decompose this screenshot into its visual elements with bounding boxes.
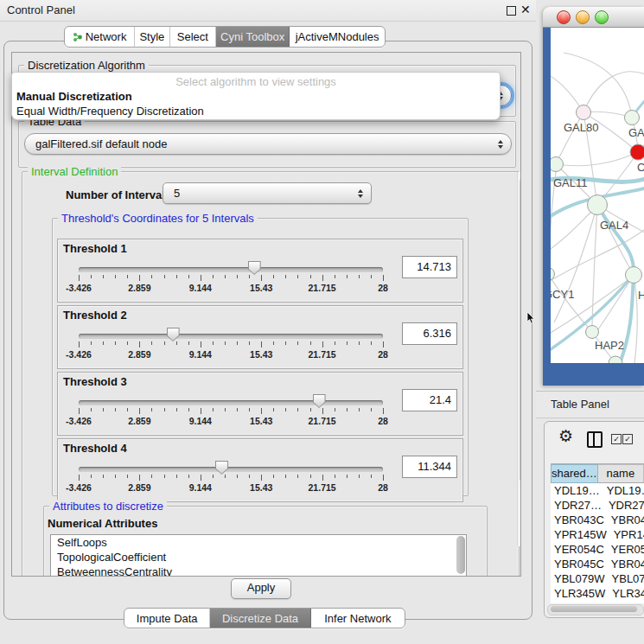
gear-icon[interactable]: ⚙ [558, 429, 573, 444]
threshold-value-field[interactable]: 11.344 [402, 456, 457, 478]
slider-tick [164, 275, 165, 278]
slider-track[interactable] [79, 400, 383, 405]
minimize-traffic-light[interactable] [576, 10, 590, 24]
vertical-scrollbar[interactable] [517, 172, 521, 546]
table-row[interactable]: YER054CYER054C [551, 542, 644, 557]
numerical-attributes-label: Numerical Attributes [48, 517, 157, 530]
tab-style[interactable]: Style [135, 27, 170, 47]
network-node[interactable] [588, 195, 608, 215]
slider-tick [322, 341, 323, 348]
float-window-icon[interactable] [507, 6, 516, 16]
slider-tick [237, 341, 238, 345]
slider-thumb[interactable] [215, 461, 228, 475]
cell-shared-name: YER054C [551, 542, 604, 557]
cell-shared-name: YDL19… [551, 483, 600, 498]
table-row[interactable]: YBL079WYBL079W [551, 571, 644, 586]
tab-infer-network[interactable]: Infer Network [311, 609, 405, 628]
table-row[interactable]: YBR045CYBR045C [551, 557, 644, 571]
slider-tick [347, 275, 348, 278]
slider-tick [335, 408, 335, 411]
slider-tick [383, 275, 384, 281]
scrollbar-thumb[interactable] [520, 178, 521, 482]
slider-tick-label: 21.715 [296, 349, 348, 360]
number-of-intervals-combobox[interactable]: 5 [163, 182, 372, 204]
table-row[interactable]: YDR27…YDR27… [551, 498, 644, 513]
cell-shared-name: YBR045C [551, 557, 604, 571]
table-data-combobox[interactable]: galFiltered.sif default node [24, 133, 512, 155]
slider-thumb[interactable] [167, 328, 180, 341]
network-node[interactable] [577, 105, 591, 120]
slider-thumb[interactable] [313, 394, 326, 408]
popup-item-equal-width-frequency[interactable]: Equal Width/Frequency Discretization [16, 104, 204, 118]
slider-track[interactable] [79, 267, 383, 272]
slider-tick [79, 341, 80, 348]
threshold-value-field[interactable]: 21.4 [402, 389, 457, 411]
network-node[interactable] [626, 267, 642, 284]
slider-tick [371, 275, 372, 278]
scrollbar-thumb[interactable] [551, 606, 637, 612]
slider-track[interactable] [79, 334, 383, 339]
close-icon[interactable]: ✕ [520, 3, 531, 16]
slider-tick [359, 475, 360, 478]
tab-select[interactable]: Select [170, 27, 216, 47]
slider-tick [383, 341, 384, 348]
table-row[interactable]: YIL052CYIL052C [551, 601, 644, 603]
slider-tick-label: 21.715 [296, 482, 348, 493]
slider-track[interactable] [79, 467, 383, 472]
network-view-window[interactable]: GAL80GACGAL11GAL4GCY1HHAP2 [543, 7, 644, 386]
split-panel-icon[interactable] [587, 431, 603, 448]
table-panel-title: Table Panel [551, 392, 609, 418]
slider-tick [285, 341, 286, 345]
apply-button[interactable]: Apply [231, 578, 291, 599]
slider-tick [151, 408, 152, 411]
slider-tick [347, 341, 348, 345]
threshold-value-field[interactable]: 6.316 [402, 322, 457, 345]
list-scrollbar-thumb[interactable] [456, 536, 465, 574]
tab-jactivemnodules[interactable]: jActiveMNodules [290, 27, 385, 47]
group-title: Discretization Algorithm [24, 59, 149, 72]
cell-shared-name: YLR345W [551, 586, 605, 601]
slider-tick [261, 341, 262, 348]
network-node[interactable] [586, 326, 599, 339]
group-title: Threshold's Coordinates for 5 Intervals [58, 212, 258, 225]
zoom-traffic-light[interactable] [595, 10, 609, 24]
slider-tick-label: 28 [357, 482, 409, 493]
tab-impute-data[interactable]: Impute Data [124, 609, 210, 628]
table-row[interactable]: YPR145WYPR145W [551, 527, 644, 542]
slider-thumb[interactable] [248, 261, 261, 275]
horizontal-scrollbar[interactable] [547, 604, 644, 615]
table-row[interactable]: YDL19…YDL19… [551, 483, 644, 498]
slider-tick [151, 341, 152, 345]
tab-network[interactable]: Network [65, 27, 135, 47]
attribute-list-item[interactable]: SelfLoops [51, 535, 466, 550]
slider-tick [347, 475, 348, 478]
network-node[interactable] [625, 111, 640, 125]
slider-tick-label: -3.426 [53, 416, 105, 426]
attribute-list-item[interactable]: TopologicalCoefficient [51, 550, 466, 564]
tab-cyni-toolbox[interactable]: Cyni Toolbox [216, 27, 290, 47]
network-node[interactable] [551, 157, 564, 172]
attribute-list-item[interactable]: BetweennessCentrality [51, 564, 466, 577]
checkbox-icon[interactable]: ✓ [622, 434, 633, 444]
network-canvas[interactable]: GAL80GACGAL11GAL4GCY1HHAP2 [551, 27, 644, 363]
column-header-name[interactable]: name [598, 464, 644, 483]
tab-discretize-data[interactable]: Discretize Data [210, 609, 310, 628]
network-node-label: GAL11 [553, 176, 588, 189]
panel-title: Control Panel [7, 0, 75, 21]
column-header-shared-name[interactable]: shared… [551, 464, 598, 483]
attributes-group: Attributes to discretize Numerical Attri… [43, 506, 488, 577]
threshold-row: Threshold 4-3.4262.8599.14415.4321.71528… [57, 438, 463, 502]
cell-name: YLR345W [605, 586, 644, 601]
numerical-attributes-list[interactable]: SelfLoopsTopologicalCoefficientBetweenne… [50, 534, 467, 577]
table-row[interactable]: YLR345WYLR345W [551, 586, 644, 601]
threshold-value-field[interactable]: 14.713 [402, 256, 457, 278]
slider-tick [103, 341, 104, 345]
slider-tick [201, 275, 201, 281]
network-graph: GAL80GACGAL11GAL4GCY1HHAP2 [551, 27, 644, 363]
table-row[interactable]: YBR043CYBR043C [551, 513, 644, 527]
network-node[interactable] [630, 144, 644, 160]
popup-item-manual-discretization[interactable]: Manual Discretization [16, 89, 132, 104]
network-window-titlebar[interactable] [543, 7, 644, 28]
checkbox-icon[interactable]: ✓ [611, 434, 622, 444]
close-traffic-light[interactable] [557, 10, 571, 24]
